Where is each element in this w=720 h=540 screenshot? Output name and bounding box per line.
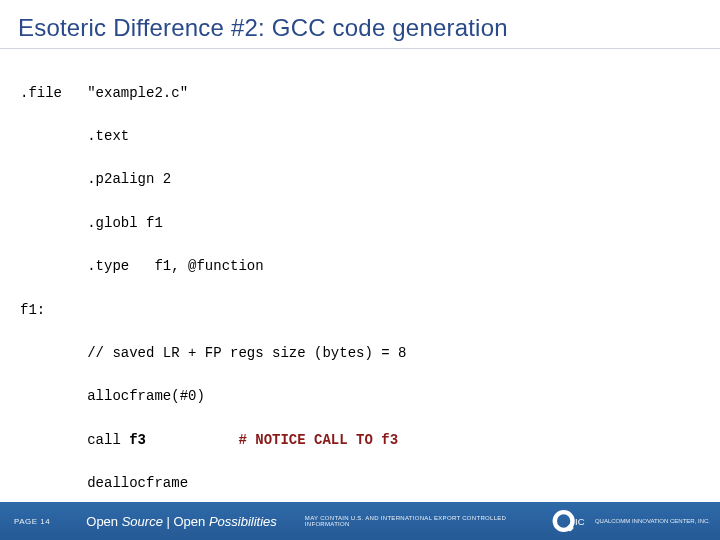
- tagline-text: Open: [86, 514, 121, 529]
- footer-disclaimer: MAY CONTAIN U.S. AND INTERNATIONAL EXPOR…: [305, 515, 551, 527]
- code-line: deallocframe: [20, 473, 700, 495]
- code-line: .text: [20, 126, 700, 148]
- slide: Esoteric Difference #2: GCC code generat…: [0, 0, 720, 540]
- quic-logo-icon: IC: [551, 508, 589, 534]
- code-block: .file "example2.c" .text .p2align 2 .glo…: [0, 49, 720, 540]
- tagline-italic: Source: [122, 514, 163, 529]
- svg-text:IC: IC: [575, 516, 585, 527]
- tagline-text: | Open: [163, 514, 209, 529]
- code-line: allocframe(#0): [20, 386, 700, 408]
- code-line: .file "example2.c": [20, 83, 700, 105]
- page-title: Esoteric Difference #2: GCC code generat…: [0, 0, 720, 49]
- call-comment: # NOTICE CALL TO f3: [146, 432, 398, 448]
- footer-logo-subtext: QUALCOMM INNOVATION CENTER, INC.: [595, 518, 710, 525]
- code-line-label: f1:: [20, 300, 700, 322]
- page-number: PAGE 14: [14, 517, 50, 526]
- code-line: .globl f1: [20, 213, 700, 235]
- call-prefix: call: [20, 432, 129, 448]
- code-line: .type f1, @function: [20, 256, 700, 278]
- code-line-call: call f3 # NOTICE CALL TO f3: [20, 430, 700, 452]
- code-line: // saved LR + FP regs size (bytes) = 8: [20, 343, 700, 365]
- call-target: f3: [129, 432, 146, 448]
- code-line: .p2align 2: [20, 169, 700, 191]
- footer-tagline: Open Source | Open Possibilities: [86, 514, 277, 529]
- tagline-italic: Possibilities: [209, 514, 277, 529]
- footer-bar: PAGE 14 Open Source | Open Possibilities…: [0, 502, 720, 540]
- footer-logo: IC QUALCOMM INNOVATION CENTER, INC.: [551, 508, 710, 534]
